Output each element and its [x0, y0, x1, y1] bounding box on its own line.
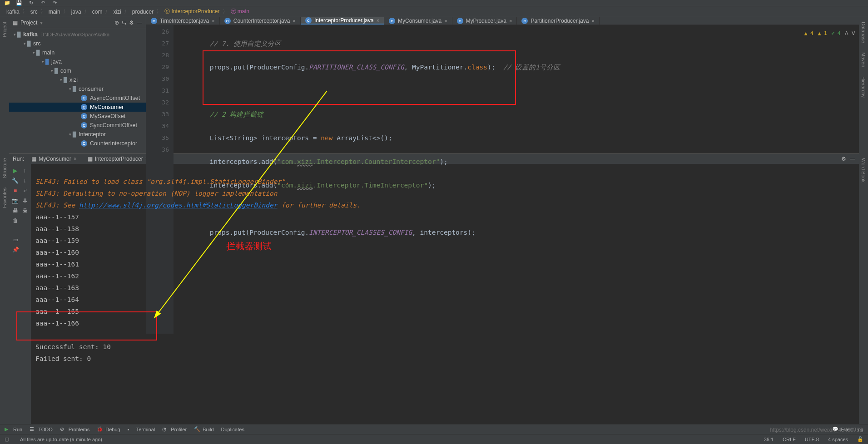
wrench-icon[interactable]: 🔧	[11, 176, 20, 186]
down-icon[interactable]: ↓	[20, 176, 29, 186]
tree-row[interactable]: ▾▉src	[9, 39, 146, 48]
status-bar: ▢ All files are up-to-date (a minute ago…	[0, 434, 868, 444]
tree-row[interactable]: ▾▉main	[9, 48, 146, 57]
tree-row[interactable]: CCounterInterceptor	[9, 139, 146, 148]
terminal-tool-button[interactable]: ▪Terminal	[128, 427, 155, 432]
collapse-icon[interactable]: ⇆	[122, 20, 126, 26]
main-toolbar: 📁 💾 ↻ ↶ ↷	[0, 0, 868, 6]
delete-icon[interactable]: 🗑	[11, 216, 20, 226]
editor-tab-active[interactable]: CInterceptorProducer.java×	[301, 17, 384, 25]
pin-icon[interactable]: 📌	[11, 245, 20, 255]
tree-row[interactable]: ▾▉java	[9, 57, 146, 66]
undo-icon[interactable]: ↶	[39, 0, 46, 7]
run-tab[interactable]: ▦ MyConsumer ×	[28, 155, 80, 163]
layout-icon[interactable]: ▭	[11, 235, 20, 245]
project-panel-header: ▦ Project ▾ ⊕ ⇆ ⚙ —	[9, 17, 146, 28]
tree-row[interactable]: ▾▉consumer	[9, 84, 146, 94]
project-tree[interactable]: ▾▉ kafka D:\IDEA\JavaWorkSpace\kafka ▾▉s…	[9, 28, 146, 153]
file-encoding[interactable]: UTF-8	[805, 437, 819, 442]
status-message: All files are up-to-date (a minute ago)	[20, 437, 102, 442]
crumb-method[interactable]: ⓜ main	[229, 8, 251, 15]
open-icon[interactable]: 📁	[4, 0, 11, 7]
console-line: aaa--1--163	[35, 284, 79, 291]
soft-wrap-icon[interactable]: ⤶	[20, 186, 29, 196]
run-tool-button[interactable]: ▶Run	[5, 426, 22, 432]
project-tool-button[interactable]: Project	[2, 22, 7, 37]
slf4j-link[interactable]: http://www.slf4j.org/codes.html#StaticLo…	[79, 202, 278, 209]
inspection-bar[interactable]: ▲ 4 ▲ 1 ✔ 4 ᐱ ᐯ	[804, 28, 855, 39]
close-icon[interactable]: ×	[509, 18, 512, 24]
close-icon[interactable]: ×	[293, 18, 295, 24]
profiler-tool-button[interactable]: ◔Profiler	[162, 426, 187, 432]
hierarchy-tool-button[interactable]: Hierarchy	[861, 76, 866, 98]
close-icon[interactable]: ×	[444, 18, 447, 24]
left-tool-strip: Project	[0, 17, 9, 153]
select-opened-icon[interactable]: ⊕	[114, 20, 119, 26]
debug-tool-button[interactable]: 🐞Debug	[97, 426, 120, 432]
build-tool-button[interactable]: 🔨Build	[194, 426, 213, 432]
scroll-icon[interactable]: ⇊	[20, 196, 29, 206]
rerun-icon[interactable]: ▶	[11, 166, 20, 176]
tree-row[interactable]: ▾▉xizi	[9, 75, 146, 84]
tree-row[interactable]: CAsyncCommitOffset	[9, 94, 146, 103]
crumb[interactable]: kafka	[5, 9, 21, 15]
up-icon[interactable]: ↑	[20, 166, 29, 176]
gear-icon[interactable]: ⚙	[129, 20, 134, 26]
tree-row[interactable]: ▾▉Interceptor	[9, 130, 146, 139]
tree-row[interactable]: ▾▉com	[9, 66, 146, 75]
tree-row[interactable]: CMySaveOffset	[9, 112, 146, 121]
editor-tab[interactable]: CMyConsumer.java×	[384, 17, 452, 25]
save-icon[interactable]: 💾	[15, 0, 23, 7]
crumb[interactable]: producer	[130, 9, 155, 15]
structure-tool-button[interactable]: Structure	[2, 158, 7, 178]
console-output[interactable]: SLF4J: Failed to load class "org.slf4j.i…	[31, 164, 859, 424]
stop-icon[interactable]: ■	[11, 186, 20, 196]
run-label: Run:	[13, 156, 24, 162]
caret-position[interactable]: 36:1	[764, 437, 774, 442]
annotation-box-code	[203, 50, 516, 105]
editor-tab[interactable]: CCounterInterceptor.java×	[220, 17, 301, 25]
tree-row[interactable]: CSyncCommitOffset	[9, 121, 146, 130]
crumb[interactable]: com	[90, 9, 104, 15]
close-icon[interactable]: ×	[377, 18, 379, 23]
crumb[interactable]: java	[69, 9, 83, 15]
todo-tool-button[interactable]: ☰TODO	[30, 426, 53, 432]
crumb[interactable]: xizi	[111, 9, 123, 15]
print-icon[interactable]: 🖶	[11, 206, 20, 216]
wordbook-tool-button[interactable]: Word Book	[861, 158, 866, 183]
favorites-tool-button[interactable]: Favorites	[2, 187, 7, 208]
console-line: aaa--1--157	[35, 213, 79, 221]
project-combo-icon[interactable]: ▦	[13, 20, 18, 26]
indent-setting[interactable]: 4 spaces	[828, 437, 848, 442]
crumb[interactable]: main	[47, 9, 62, 15]
run-tab[interactable]: ▦ InterceptorProducer ×	[84, 155, 152, 163]
print2-icon[interactable]: 🖶	[20, 206, 29, 216]
tree-row-selected[interactable]: CMyConsumer	[9, 103, 146, 112]
console-line: aaa--1--159	[35, 237, 79, 244]
console-line: aaa--1--160	[35, 249, 79, 256]
readonly-icon[interactable]: 🔓	[857, 436, 863, 442]
refresh-icon[interactable]: ↻	[27, 0, 35, 7]
database-tool-button[interactable]: Database	[861, 22, 866, 43]
crumb-class[interactable]: ⓒ InterceptorProducer	[163, 8, 221, 15]
editor-tab[interactable]: CPartitionerProducer.java×	[517, 17, 600, 25]
duplicates-tool-button[interactable]: Duplicates	[221, 427, 244, 432]
tree-root[interactable]: ▾▉ kafka D:\IDEA\JavaWorkSpace\kafka	[9, 30, 146, 39]
camera-icon[interactable]: 📷	[11, 196, 20, 206]
redo-icon[interactable]: ↷	[51, 0, 58, 7]
breadcrumb: kafka〉 src〉 main〉 java〉 com〉 xizi〉 produ…	[0, 6, 868, 17]
console-line: aaa--1--166	[35, 320, 79, 327]
editor-tab[interactable]: CMyProducer.java×	[452, 17, 517, 25]
close-icon[interactable]: ×	[591, 18, 594, 24]
crumb[interactable]: src	[29, 9, 40, 15]
status-icon[interactable]: ▢	[5, 436, 11, 442]
maven-tool-button[interactable]: Maven	[861, 52, 866, 67]
close-icon[interactable]: ×	[212, 18, 214, 24]
console-line: aaa--1--164	[35, 296, 79, 303]
tree-root-path: D:\IDEA\JavaWorkSpace\kafka	[40, 32, 109, 37]
line-separator[interactable]: CRLF	[783, 437, 796, 442]
editor-tab[interactable]: CTimeInterceptor.java×	[146, 17, 220, 25]
problems-tool-button[interactable]: ⊘Problems	[60, 426, 89, 432]
hide-icon[interactable]: —	[137, 20, 142, 26]
console-line: aaa--1--158	[35, 225, 79, 232]
